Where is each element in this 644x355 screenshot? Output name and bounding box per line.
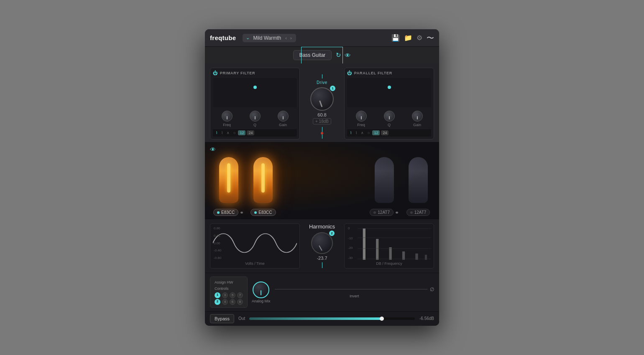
chevron-down-icon[interactable]: ⌄ [246, 35, 250, 41]
waveform-icon[interactable]: 〜 [427, 33, 434, 43]
harmonics-section: 0.80 0.40 0.00 -0.40 -0.80 Volts / Time … [205, 219, 439, 273]
parallel-q-knob-group: Q [384, 111, 395, 127]
drive-block: Drive 1 60.8 + 18dB [303, 68, 341, 139]
parallel-filter-power-icon[interactable]: ⏻ [347, 71, 352, 76]
parallel-highpass-btn[interactable]: ⌇ [354, 130, 358, 135]
primary-filter-power-icon[interactable]: ⏻ [213, 71, 218, 76]
svg-rect-3 [402, 251, 405, 260]
toolbar-icons: 💾 📁 ⚙ 〜 [391, 33, 434, 43]
parallel-q-knob[interactable] [384, 111, 395, 122]
harmonics-value: -23.7 [317, 256, 327, 261]
folder-icon[interactable]: 📁 [404, 34, 412, 42]
primary-q-knob[interactable] [250, 111, 261, 122]
primary-gain-knob-group: Gain [278, 111, 289, 127]
spectrum-xlabel: DB / Frequency [347, 261, 431, 266]
invert-group: ∅ Invert [275, 287, 434, 298]
tube-4-label-row: 12AT7 [406, 209, 430, 216]
tube-4-type: 12AT7 [414, 210, 427, 215]
title-bar: freqtube ⌄ Mild Warmth ‹ › 💾 📁 ⚙ 〜 [205, 29, 439, 47]
tube-3-label[interactable]: 12AT7 [370, 209, 394, 216]
primary-slope-12[interactable]: 12 [238, 130, 245, 135]
tube-1-type: E83CC [221, 210, 235, 215]
tube-3-image [372, 157, 397, 207]
parallel-filter-block: ⏻ PARALLEL FILTER Freq Q Gain [344, 68, 434, 139]
tube-section-eye-icon[interactable]: 👁 [210, 146, 216, 153]
hw-dot-3[interactable]: 3 [222, 292, 228, 298]
primary-filter-label: PRIMARY FILTER [220, 71, 255, 75]
parallel-filter-dot[interactable] [388, 86, 391, 89]
tube-2-filament [261, 163, 265, 193]
hw-dot-8[interactable]: 8 [237, 299, 243, 305]
next-preset-button[interactable]: › [289, 36, 293, 41]
primary-lowpass-btn[interactable]: ⌇ [215, 130, 219, 135]
parallel-freq-knob[interactable] [356, 111, 367, 122]
hw-dot-2[interactable]: 2 [215, 299, 220, 305]
hw-dot-5[interactable]: 5 [230, 292, 235, 298]
parallel-gain-knob[interactable] [412, 111, 423, 122]
preset-nav[interactable]: ⌄ Mild Warmth ‹ › [243, 34, 296, 42]
primary-slope-24[interactable]: 24 [247, 130, 254, 135]
drive-knob[interactable] [310, 87, 334, 111]
primary-filter-controls: Freq Q Gain [213, 111, 297, 127]
parallel-notch-btn[interactable]: ○ [366, 130, 371, 135]
waveform-block: 0.80 0.40 0.00 -0.40 -0.80 Volts / Time [210, 223, 300, 269]
parallel-q-label: Q [388, 123, 391, 127]
parallel-lowpass-btn[interactable]: ⌇ [349, 130, 353, 135]
harmonics-knob[interactable] [311, 232, 333, 254]
harmonics-title: Harmonics [309, 223, 335, 230]
drive-value: 60.8 [317, 112, 326, 117]
drive-db-button[interactable]: + 18dB [313, 118, 331, 124]
parallel-slope-24[interactable]: 24 [381, 130, 388, 135]
parallel-gain-label: Gain [413, 123, 421, 127]
tube-3-type: 12AT7 [378, 210, 390, 215]
output-slider[interactable] [249, 317, 415, 320]
parallel-freq-label: Freq [357, 123, 365, 127]
spectrum-block: 0 -10 -20 -30 [344, 223, 434, 269]
tube-1-filament [227, 163, 230, 193]
hw-dot-1[interactable]: 1 [215, 292, 220, 298]
parallel-slope-12[interactable]: 12 [372, 130, 380, 135]
output-slider-thumb[interactable] [380, 317, 384, 321]
primary-freq-label: Freq [223, 123, 231, 127]
bypass-button[interactable]: Bypass [210, 314, 234, 323]
hw-dot-7[interactable]: 7 [237, 292, 243, 298]
parallel-filter-controls: Freq Q Gain [347, 111, 431, 127]
output-db-value: -6.56dB [419, 316, 434, 321]
harmonics-badge: 2 [329, 231, 335, 236]
settings-icon[interactable]: ⚙ [417, 34, 422, 42]
analog-mix-knob[interactable] [253, 281, 269, 298]
hw-dot-6[interactable]: 6 [230, 299, 235, 305]
hw-dot-4[interactable]: 4 [222, 299, 228, 305]
waveform-ylabels: 0.80 0.40 0.00 -0.40 -0.80 [214, 226, 221, 260]
waveform-display: 0.80 0.40 0.00 -0.40 -0.80 [213, 226, 297, 260]
signal-chain-label: Bass Guitar [293, 50, 332, 60]
signal-eye-icon[interactable]: 👁 [345, 52, 351, 59]
parallel-filter-header: ⏻ PARALLEL FILTER [347, 71, 431, 76]
waveform-svg [213, 226, 297, 260]
tube-section: 👁 E83CC ⚭ [205, 142, 439, 219]
tube-4-label[interactable]: 12AT7 [406, 209, 430, 216]
analog-mix-label: Analog Mix [252, 299, 271, 303]
primary-freq-knob[interactable] [222, 111, 233, 122]
svg-rect-0 [363, 228, 365, 260]
tube-3-link-icon[interactable]: ⚭ [395, 210, 399, 216]
signal-refresh-icon[interactable]: ↻ [336, 51, 341, 59]
signal-chain-icons: ↻ 👁 [336, 51, 351, 59]
primary-notch-btn[interactable]: ○ [232, 130, 237, 135]
prev-preset-button[interactable]: ‹ [284, 36, 288, 41]
primary-gain-knob[interactable] [278, 111, 289, 122]
parallel-filter-type-row: ⌇ ⌇ ∧ ○ 12 24 [347, 129, 431, 137]
tube-1-label[interactable]: E83CC [213, 209, 238, 216]
tube-2-label[interactable]: E83CC [250, 209, 276, 216]
out-label: Out [238, 316, 245, 321]
save-icon[interactable]: 💾 [391, 34, 400, 42]
primary-highpass-btn[interactable]: ⌇ [220, 130, 224, 135]
primary-freq-knob-group: Freq [222, 111, 233, 127]
parallel-bandpass-btn[interactable]: ∧ [360, 130, 365, 135]
app-title: freqtube [210, 34, 236, 41]
tube-1-link-icon[interactable]: ⚭ [240, 210, 244, 216]
primary-filter-block: ⏻ PRIMARY FILTER Freq Q Gain [210, 68, 300, 139]
primary-filter-dot[interactable] [253, 86, 257, 89]
primary-gain-label: Gain [279, 123, 287, 127]
primary-bandpass-btn[interactable]: ∧ [225, 130, 231, 135]
